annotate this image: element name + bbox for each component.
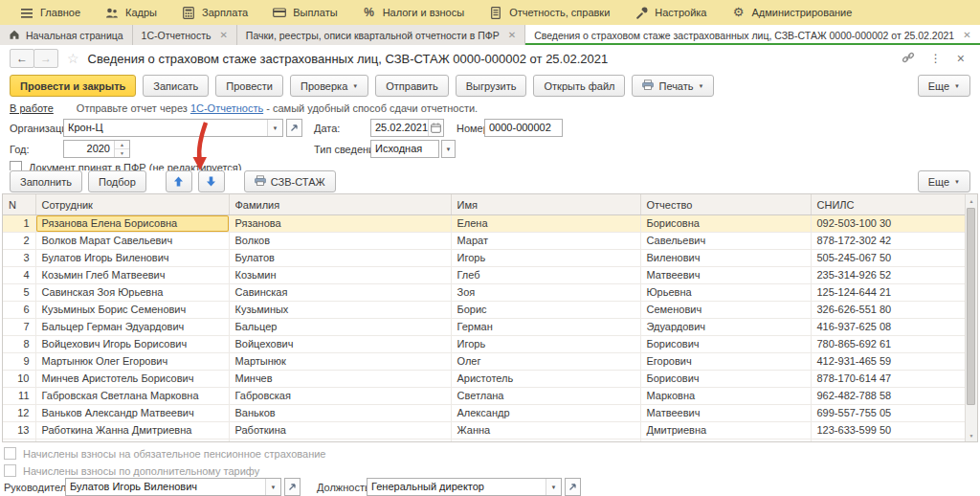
col-header-snils[interactable]: СНИЛС (811, 194, 966, 215)
cell-first[interactable]: Игорь (451, 336, 640, 353)
menu-item-reports[interactable]: Отчетность, справки (477, 0, 622, 25)
cell-first[interactable]: Светлана (451, 388, 640, 405)
year-spinner[interactable]: ▲▼ (114, 141, 129, 157)
cell-snils[interactable]: 878-170-614 47 (811, 371, 966, 388)
tab-home[interactable]: Начальная страница (0, 25, 133, 45)
cell-n[interactable]: 4 (3, 267, 35, 284)
cell-last[interactable]: Минчев (229, 371, 451, 388)
export-button[interactable]: Выгрузить (456, 75, 527, 97)
cell-employee[interactable]: Булатов Игорь Виленович (35, 250, 229, 267)
cell-n[interactable]: 2 (3, 233, 35, 250)
cell-last[interactable]: Козьмин (229, 267, 451, 284)
organization-value[interactable]: Крон-Ц (64, 120, 267, 136)
scroll-up-icon[interactable]: ▲ (966, 195, 977, 206)
cell-snils[interactable]: 878-172-302 42 (811, 233, 966, 250)
organization-field[interactable]: Крон-Ц ▼ (63, 119, 283, 137)
cell-n[interactable]: 7 (3, 319, 35, 336)
checkbox-icon[interactable] (4, 447, 16, 460)
cell-n[interactable]: 10 (3, 371, 35, 388)
cell-n[interactable]: 6 (3, 302, 35, 319)
cell-first[interactable]: Марат (451, 233, 640, 250)
close-icon[interactable]: × (957, 52, 965, 65)
back-button[interactable]: ← (10, 49, 34, 68)
cell-n[interactable]: 3 (3, 250, 35, 267)
calendar-icon[interactable] (428, 120, 443, 136)
cell-snils[interactable]: 235-314-926 52 (811, 267, 966, 284)
cell-employee[interactable]: Рязанова Елена Борисовна (35, 215, 229, 233)
tab-szv-stazh[interactable]: Сведения о страховом стаже застрахованны… (525, 25, 980, 45)
cell-snils[interactable]: 416-937-625 08 (811, 319, 966, 336)
table-row[interactable]: 6Кузьминых Борис СеменовичКузьминыхБорис… (3, 302, 966, 319)
scroll-down-icon[interactable]: ▼ (966, 430, 977, 440)
col-header-firstname[interactable]: Имя (451, 194, 640, 215)
cell-employee[interactable]: Савинская Зоя Юрьевна (35, 284, 229, 302)
cell-first[interactable]: Глеб (451, 267, 640, 284)
table-row[interactable]: 13Работкина Жанна ДмитриевнаРаботкинаЖан… (3, 422, 966, 440)
menu-item-main[interactable]: Главное (8, 0, 93, 25)
cell-n[interactable]: 8 (3, 336, 35, 353)
cell-last[interactable]: Кузьминых (229, 302, 451, 319)
link-icon[interactable] (902, 51, 915, 66)
table-row[interactable]: 8Войцехович Игорь БорисовичВойцеховичИго… (3, 336, 966, 353)
save-button[interactable]: Записать (143, 75, 209, 97)
cell-first[interactable]: Аристотель (451, 371, 640, 388)
checkbox-icon[interactable] (4, 464, 16, 477)
col-header-lastname[interactable]: Фамилия (229, 194, 451, 215)
menu-item-settings[interactable]: Настройка (622, 0, 719, 25)
cell-employee[interactable]: Габровская Светлана Марковна (35, 388, 229, 405)
szv-stazh-print-button[interactable]: СЗВ-СТАЖ (244, 170, 336, 192)
year-value[interactable]: 2020 (64, 141, 114, 157)
cell-last[interactable]: Ваньков (229, 405, 451, 422)
vertical-scrollbar[interactable]: ▲ ▼ (965, 194, 977, 441)
table-row[interactable]: 4Козьмин Глеб МатвеевичКозьминГлебМатвее… (3, 267, 966, 284)
manager-value[interactable]: Булатов Игорь Виленович (66, 479, 265, 495)
cell-employee[interactable]: Козьмин Глеб Матвеевич (35, 267, 229, 284)
cell-last[interactable]: Габровская (229, 388, 451, 405)
status-link[interactable]: В работе (10, 102, 54, 114)
cell-middle[interactable]: Марковна (640, 388, 811, 405)
cell-middle[interactable]: Борисович (640, 371, 811, 388)
position-field[interactable]: Генеральный директор ▼ (367, 478, 562, 496)
cell-last[interactable]: Рязанова (229, 215, 451, 233)
col-header-middlename[interactable]: Отчество (640, 194, 811, 215)
spinner-down-icon[interactable]: ▼ (115, 149, 129, 157)
tab-pfr-batches[interactable]: Пачки, реестры, описи квартальной отчетн… (237, 25, 525, 45)
move-up-button[interactable] (166, 170, 192, 192)
tab-close-icon[interactable]: ✕ (219, 30, 227, 40)
cell-last[interactable]: Бальцер (229, 319, 451, 336)
cell-snils[interactable]: 326-626-551 80 (811, 302, 966, 319)
cell-first[interactable]: Александр (451, 405, 640, 422)
position-dropdown-button[interactable]: ▼ (546, 479, 561, 495)
list-more-button[interactable]: Еще▼ (918, 170, 970, 192)
table-row[interactable]: 2Волков Марат СавельевичВолковМаратСавел… (3, 233, 966, 250)
cell-n[interactable]: 11 (3, 388, 35, 405)
date-value[interactable]: 25.02.2021 (371, 120, 428, 136)
cell-middle[interactable]: Юрьевна (640, 284, 811, 302)
cell-snils[interactable]: 092-503-100 30 (811, 215, 966, 233)
cell-n[interactable]: 5 (3, 284, 35, 302)
cell-middle[interactable]: Борисовна (640, 215, 811, 233)
cell-employee[interactable]: Войцехович Игорь Борисович (35, 336, 229, 353)
number-field[interactable]: 0000-000002 (484, 119, 563, 137)
cell-employee[interactable]: Работкина Жанна Дмитриевна (35, 422, 229, 440)
cell-snils[interactable]: 505-245-067 50 (811, 250, 966, 267)
cell-snils[interactable]: 780-865-692 61 (811, 336, 966, 353)
menu-item-salary[interactable]: Зарплата (169, 0, 260, 25)
1c-reporting-link[interactable]: 1С-Отчетность (190, 102, 263, 114)
cell-first[interactable]: Зоя (451, 284, 640, 302)
tab-close-icon[interactable]: ✕ (508, 30, 516, 40)
cell-n[interactable]: 9 (3, 353, 35, 371)
cell-middle[interactable]: Егорович (640, 353, 811, 371)
info-type-field[interactable]: Исходная (370, 140, 439, 158)
favorite-star-icon[interactable]: ☆ (67, 51, 79, 66)
year-field[interactable]: 2020 ▲▼ (63, 140, 130, 158)
table-row[interactable]: 10Минчев Аристотель БорисовичМинчевАрист… (3, 371, 966, 388)
toolbar-more-button[interactable]: Еще▼ (918, 75, 970, 97)
cell-snils[interactable]: 699-557-755 05 (811, 405, 966, 422)
cell-first[interactable]: Борис (451, 302, 640, 319)
cell-snils[interactable]: 412-931-465 59 (811, 353, 966, 371)
cell-snils[interactable]: 962-482-788 58 (811, 388, 966, 405)
pick-button[interactable]: Подбор (88, 170, 146, 192)
cell-snils[interactable]: 125-124-644 21 (811, 284, 966, 302)
table-row[interactable]: 7Бальцер Герман ЭдуардовичБальцерГерманЭ… (3, 319, 966, 336)
